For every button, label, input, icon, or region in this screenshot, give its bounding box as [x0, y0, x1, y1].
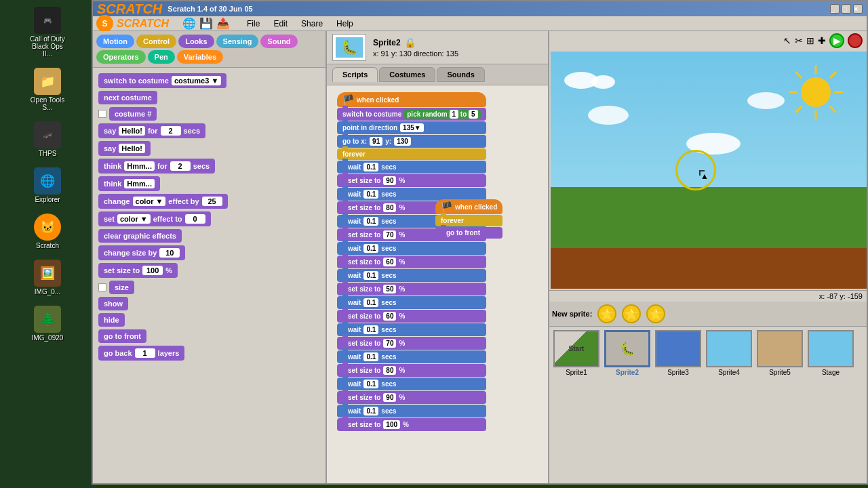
minimize-button[interactable]: _ — [830, 4, 840, 14]
desktop-icon-scratch[interactable]: 🐱 Scratch — [24, 210, 71, 253]
surprise-sprite-button[interactable]: ⭐ — [646, 304, 665, 323]
sb-wait-10[interactable]: wait 0.1 secs — [337, 405, 486, 418]
block-show[interactable]: show — [98, 297, 128, 310]
cat-sensing[interactable]: Sensing — [216, 35, 259, 48]
costume-dropdown[interactable]: costume3 ▼ — [172, 76, 221, 85]
cat-motion[interactable]: Motion — [96, 35, 134, 48]
sb-point-direction[interactable]: point in direction 135▼ — [337, 121, 486, 134]
save-icon[interactable]: 💾 — [199, 17, 213, 30]
tab-scripts[interactable]: Scripts — [332, 67, 378, 82]
script-canvas[interactable]: 🏴 when clicked switch to costume pick ra… — [327, 85, 548, 483]
duplicate-tool[interactable]: ✂ — [795, 35, 803, 46]
sb-wait-val-5: 0.1 — [363, 271, 378, 280]
sb-goto-xy[interactable]: go to x: 91 y: 130 — [337, 135, 486, 148]
block-change-size[interactable]: change size by 10 — [98, 245, 185, 260]
sb-wait-6[interactable]: wait 0.1 secs — [337, 296, 486, 309]
cat-variables[interactable]: Variables — [177, 50, 223, 64]
block-think-hmm-secs[interactable]: think Hmm... for 2 secs — [98, 159, 215, 174]
effect-dropdown2[interactable]: color ▼ — [117, 214, 151, 224]
cat-looks[interactable]: Looks — [178, 35, 214, 48]
tab-costumes[interactable]: Costumes — [379, 67, 435, 82]
block-go-back-layers[interactable]: go back 1 layers — [98, 346, 184, 361]
sb-size-70b[interactable]: set size to 70 % — [337, 337, 486, 350]
cursor-tool[interactable]: ↖ — [783, 35, 791, 46]
block-say-hello[interactable]: say Hello! — [98, 141, 151, 156]
stage-item[interactable]: Stage — [807, 330, 854, 376]
costume-num-checkbox[interactable] — [98, 110, 106, 118]
sb-when-clicked-2[interactable]: 🏴 when clicked — [435, 199, 502, 214]
sprite-item-4[interactable]: Sprite4 — [705, 330, 753, 376]
sb-size-90b-val: 90 — [383, 393, 396, 402]
sb-wait-8[interactable]: wait 0.1 secs — [337, 350, 486, 363]
open-icon: 📁 — [34, 68, 61, 95]
sb-wait-1[interactable]: wait 0.1 secs — [337, 161, 486, 174]
sb-forever-1[interactable]: forever — [337, 148, 486, 160]
block-hide[interactable]: hide — [98, 313, 125, 327]
cursor-arrow: ▲ — [699, 170, 705, 176]
close-button[interactable]: × — [853, 4, 863, 14]
share-icon[interactable]: 📤 — [216, 17, 230, 30]
sb-size-80b[interactable]: set size to 80 % — [337, 364, 486, 377]
globe-icon[interactable]: 🌐 — [182, 17, 196, 30]
effect-dropdown1[interactable]: color ▼ — [133, 197, 166, 206]
cat-pen[interactable]: Pen — [148, 50, 175, 64]
stage-canvas[interactable]: ▲ — [551, 52, 867, 289]
cloud2 — [588, 106, 629, 125]
desktop-icon-explorer[interactable]: 🌐 Explorer — [24, 164, 71, 207]
menu-edit[interactable]: Edit — [270, 18, 291, 30]
sprite-preview-img: 🐛 — [336, 37, 363, 58]
desktop-icon-open[interactable]: 📁 Open Tools S... — [24, 64, 71, 115]
img0920-icon: 🌲 — [34, 306, 61, 333]
resize-tool[interactable]: ⊞ — [806, 35, 814, 46]
sb-size-90b[interactable]: set size to 90 % — [337, 391, 486, 404]
sb-wait-5[interactable]: wait 0.1 secs — [337, 269, 486, 282]
sb-switch-costume[interactable]: switch to costume pick random 1 to 5 — [337, 108, 486, 121]
block-say-hello-secs[interactable]: say Hello! for 2 secs — [98, 123, 205, 138]
sprite-item-2[interactable]: 🐛 Sprite2 — [604, 330, 651, 376]
block-size-var[interactable]: size — [109, 281, 134, 294]
block-change-effect[interactable]: change color ▼ effect by 25 — [98, 194, 228, 209]
block-set-effect[interactable]: set color ▼ effect to 0 — [98, 211, 211, 226]
stop-button[interactable] — [848, 33, 863, 48]
sb-wait-4[interactable]: wait 0.1 secs — [337, 242, 486, 255]
maximize-button[interactable]: □ — [842, 4, 851, 14]
desktop-icon-cod[interactable]: 🎮 Call of Duty Black Ops II... — [24, 3, 71, 61]
tab-sounds[interactable]: Sounds — [437, 67, 484, 82]
block-switch-costume[interactable]: switch to costume costume3 ▼ — [98, 73, 226, 88]
sb-wait-9[interactable]: wait 0.1 secs — [337, 378, 486, 390]
cat-sound[interactable]: Sound — [260, 35, 297, 48]
cat-control[interactable]: Control — [136, 35, 176, 48]
block-think-hmm[interactable]: think Hmm... — [98, 176, 160, 191]
sb-size-60a[interactable]: set size to 60 % — [337, 256, 486, 268]
block-costume-num[interactable]: costume # — [109, 107, 157, 121]
sb-size-50[interactable]: set size to 50 % — [337, 283, 486, 296]
desktop-icon-img[interactable]: 🖼️ IMG_0... — [24, 256, 71, 299]
green-flag-button[interactable]: ▶ — [829, 33, 844, 48]
size-var-checkbox[interactable] — [98, 283, 106, 291]
sb-size-100[interactable]: set size to 100 % — [337, 418, 486, 431]
menu-file[interactable]: File — [243, 18, 263, 30]
menu-share[interactable]: Share — [298, 18, 326, 30]
sb-go-to-front[interactable]: go to front — [435, 227, 502, 239]
sb-when-clicked-1[interactable]: 🏴 when clicked — [337, 92, 486, 107]
sprite-item-3[interactable]: Sprite3 — [654, 330, 702, 376]
cat-operators[interactable]: Operators — [96, 50, 146, 64]
sb-dir-val[interactable]: 135▼ — [400, 123, 424, 132]
desktop-icon-thps[interactable]: 🛹 THPS — [24, 118, 71, 161]
block-clear-effects[interactable]: clear graphic effects — [98, 229, 182, 243]
sb-wait-7[interactable]: wait 0.1 secs — [337, 323, 486, 336]
cursor-circle — [675, 150, 716, 190]
rotate-tool[interactable]: ✚ — [818, 35, 826, 46]
sb-size-60b-val: 60 — [383, 312, 396, 321]
block-set-size[interactable]: set size to 100 % — [98, 263, 178, 278]
sb-size-60b[interactable]: set size to 60 % — [337, 310, 486, 323]
sprite-item-1[interactable]: Start Sprite1 — [553, 330, 600, 376]
block-go-to-front[interactable]: go to front — [98, 329, 146, 343]
block-next-costume[interactable]: next costume — [98, 91, 157, 104]
sb-size-90[interactable]: set size to 90 % — [337, 174, 486, 187]
random-sprite-button[interactable]: ⭐ — [622, 304, 641, 323]
sprite-item-5[interactable]: Sprite5 — [756, 330, 804, 376]
paint-sprite-button[interactable]: ⭐ — [597, 304, 616, 323]
desktop-icon-img0920[interactable]: 🌲 IMG_0920 — [24, 302, 71, 345]
menu-help[interactable]: Help — [333, 18, 357, 30]
